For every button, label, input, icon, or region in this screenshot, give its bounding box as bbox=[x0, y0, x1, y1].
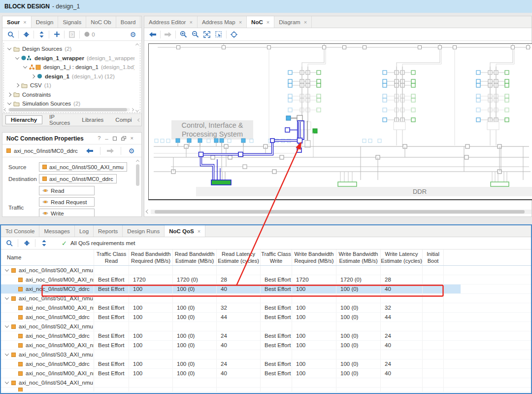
forward-arrow-icon[interactable] bbox=[162, 29, 174, 40]
close-icon[interactable]: × bbox=[189, 19, 192, 25]
chevron-down-icon[interactable] bbox=[7, 101, 11, 105]
traffic-chip-read[interactable]: Read bbox=[39, 186, 95, 195]
scroll-left-icon[interactable] bbox=[137, 118, 141, 121]
chevron-right-icon[interactable] bbox=[7, 93, 11, 97]
column-header-name[interactable]: Name bbox=[1, 250, 94, 265]
chevron-down-icon[interactable] bbox=[15, 55, 19, 59]
chevron-down-icon[interactable] bbox=[5, 267, 9, 271]
qos-table-row[interactable]: axi_noc_0/inst/M00_AXI_nsuBest Effort100… bbox=[1, 369, 531, 378]
back-arrow-icon[interactable] bbox=[147, 29, 159, 40]
sources-tree-item-design-1-i-design-1[interactable]: design_1_i : design_1(design_1.bd) (1) bbox=[4, 63, 134, 72]
zoom-selection-icon[interactable] bbox=[213, 29, 225, 40]
chevron-down-icon[interactable] bbox=[7, 46, 11, 50]
tab-signals[interactable]: Signals bbox=[58, 16, 86, 28]
back-arrow-icon[interactable] bbox=[84, 145, 96, 156]
qos-table-row[interactable]: axi_noc_0/inst/MC0_ddrcBest Effort100100… bbox=[1, 313, 531, 322]
close-icon[interactable]: × bbox=[131, 136, 133, 141]
zoom-out-icon[interactable] bbox=[189, 29, 201, 40]
column-header-write-bandwidth[interactable]: Write Bandwidth Estimate (MB/s) bbox=[336, 250, 381, 265]
collapse-all-icon[interactable] bbox=[20, 29, 32, 40]
chevron-down-icon[interactable] bbox=[5, 295, 9, 299]
column-header-traffic-class[interactable]: Traffic Class Write bbox=[261, 250, 292, 265]
close-icon[interactable]: × bbox=[23, 19, 26, 25]
sources-tree-item-design-sources[interactable]: Design Sources(2) bbox=[4, 44, 134, 54]
tab-noc[interactable]: NoC× bbox=[247, 16, 274, 28]
qos-table-row[interactable]: axi_noc_0/inst/S00_AXI_nmu bbox=[1, 266, 531, 275]
qos-table-row[interactable]: axi_noc_0/inst/MC0_ddrcBest Effort100100… bbox=[1, 285, 531, 294]
column-header-write-bandwidth[interactable]: Write Bandwidth Required (MB/s) bbox=[292, 250, 336, 265]
view-tab-hierarchy[interactable]: Hierarchy bbox=[5, 115, 42, 124]
tab-noc-qos[interactable]: NoC QoS× bbox=[165, 225, 205, 237]
tab-design[interactable]: Design bbox=[32, 16, 59, 28]
qos-table-row[interactable]: axi_noc_0/inst/S02_AXI_nmu bbox=[1, 322, 531, 331]
add-icon[interactable] bbox=[51, 29, 63, 40]
sources-horizontal-scrollbar[interactable] bbox=[3, 107, 134, 112]
close-icon[interactable]: × bbox=[304, 19, 307, 25]
close-icon[interactable]: × bbox=[198, 228, 200, 234]
diagram-horizontal-scrollbar[interactable] bbox=[146, 209, 532, 215]
chevron-down-icon[interactable] bbox=[5, 352, 9, 356]
qos-table-row[interactable] bbox=[1, 388, 531, 392]
column-header-write-latency[interactable]: Write Latency Estimate (cycles) bbox=[381, 250, 423, 265]
report-icon[interactable]: ? bbox=[66, 29, 78, 40]
tab-address-map[interactable]: Address Map× bbox=[198, 16, 247, 28]
expand-all-icon[interactable] bbox=[35, 29, 47, 40]
sources-tree-item-design-1[interactable]: design_1(design_1.v) (12) bbox=[4, 72, 134, 81]
noc-diagram-canvas[interactable]: Control, Interface & Processing System D… bbox=[148, 43, 532, 200]
qos-table-row[interactable]: axi_noc_0/inst/M00_AXI_nsuBest Effort100… bbox=[1, 303, 531, 313]
qos-table-row[interactable]: axi_noc_0/inst/MC0_ddrcBest Effort100100… bbox=[1, 359, 531, 369]
column-header-read-latency[interactable]: Read Latency Estimate (cycles) bbox=[217, 250, 261, 265]
expand-all-icon[interactable] bbox=[38, 238, 50, 249]
search-icon[interactable] bbox=[3, 238, 15, 249]
tab-sour[interactable]: Sour× bbox=[2, 16, 32, 28]
traffic-chip-read-request[interactable]: Read Request bbox=[39, 197, 95, 207]
tab-diagram[interactable]: Diagram× bbox=[274, 16, 312, 28]
tab-messages[interactable]: Messages bbox=[39, 225, 74, 237]
forward-arrow-icon[interactable] bbox=[104, 145, 116, 156]
column-header-read-bandwidth[interactable]: Read Bandwidth Required (MB/s) bbox=[129, 250, 173, 265]
chevron-down-icon[interactable] bbox=[5, 380, 9, 384]
view-tab-libraries[interactable]: Libraries bbox=[77, 116, 108, 124]
traffic-chip-write[interactable]: Write bbox=[39, 209, 95, 216]
column-header-read-bandwidth[interactable]: Read Bandwidth Estimate (MB/s) bbox=[173, 250, 217, 265]
close-icon[interactable]: × bbox=[266, 19, 269, 25]
minimize-icon[interactable]: _ bbox=[105, 134, 108, 140]
tab-reports[interactable]: Reports bbox=[94, 225, 123, 237]
zoom-in-icon[interactable] bbox=[177, 29, 189, 40]
tab-tcl-console[interactable]: Tcl Console bbox=[1, 225, 39, 237]
qos-table-row[interactable]: axi_noc_0/inst/S03_AXI_nmu bbox=[1, 350, 531, 359]
settings-gear-icon[interactable]: ⚙ bbox=[126, 145, 137, 156]
qos-table-row[interactable]: axi_noc_0/inst/S04_AXI_nmu bbox=[1, 378, 531, 388]
search-icon[interactable] bbox=[5, 29, 17, 40]
properties-scrollbar[interactable] bbox=[135, 159, 140, 215]
view-tab-ip-sources[interactable]: IP Sources bbox=[44, 113, 75, 127]
column-header-initial[interactable]: Initial Boot bbox=[423, 250, 444, 265]
qos-table-row[interactable]: axi_noc_0/inst/S01_AXI_nmu bbox=[1, 294, 531, 303]
chevron-right-icon[interactable] bbox=[31, 74, 35, 78]
qos-table-row[interactable]: axi_noc_0/inst/M00_AXI_nsuBest Effort172… bbox=[1, 275, 531, 285]
settings-gear-icon[interactable]: ⚙ bbox=[127, 29, 139, 40]
property-value-source[interactable]: axi_noc_0/inst/S00_AXI_nmu bbox=[39, 162, 127, 172]
tab-board[interactable]: Board bbox=[116, 16, 141, 28]
sources-tree-item-design-1-wrapper[interactable]: design_1_wrapper(design_1_wrapper.v) (1 bbox=[4, 54, 134, 63]
property-value-destination[interactable]: axi_noc_0/inst/MC0_ddrc bbox=[39, 174, 117, 183]
collapse-all-icon[interactable] bbox=[21, 238, 33, 249]
sources-vertical-scrollbar[interactable] bbox=[134, 43, 140, 112]
qos-table-row[interactable]: axi_noc_0/inst/MC0_ddrcBest Effort100100… bbox=[1, 331, 531, 341]
qos-table-row[interactable]: axi_noc_0/inst/M00_AXI_nsuBest Effort100… bbox=[1, 341, 531, 350]
column-header-traffic-class[interactable]: Traffic Class Read bbox=[94, 250, 129, 265]
chevron-down-icon[interactable] bbox=[5, 323, 9, 327]
sources-tree-item-csv[interactable]: CSV(1) bbox=[4, 81, 134, 90]
tab-address-editor[interactable]: Address Editor× bbox=[144, 16, 198, 28]
autofit-icon[interactable] bbox=[228, 29, 240, 40]
chevron-down-icon[interactable] bbox=[23, 65, 27, 69]
maximize-icon[interactable] bbox=[113, 137, 117, 141]
tab-log[interactable]: Log bbox=[75, 225, 94, 237]
view-tab-compi[interactable]: Compi bbox=[110, 116, 136, 124]
zoom-fit-icon[interactable] bbox=[201, 29, 213, 40]
close-icon[interactable]: × bbox=[239, 19, 242, 25]
float-icon[interactable] bbox=[121, 136, 126, 141]
chevron-right-icon[interactable] bbox=[15, 83, 19, 87]
help-icon[interactable]: ? bbox=[98, 136, 100, 141]
sources-tree-item-constraints[interactable]: Constraints bbox=[4, 90, 134, 100]
